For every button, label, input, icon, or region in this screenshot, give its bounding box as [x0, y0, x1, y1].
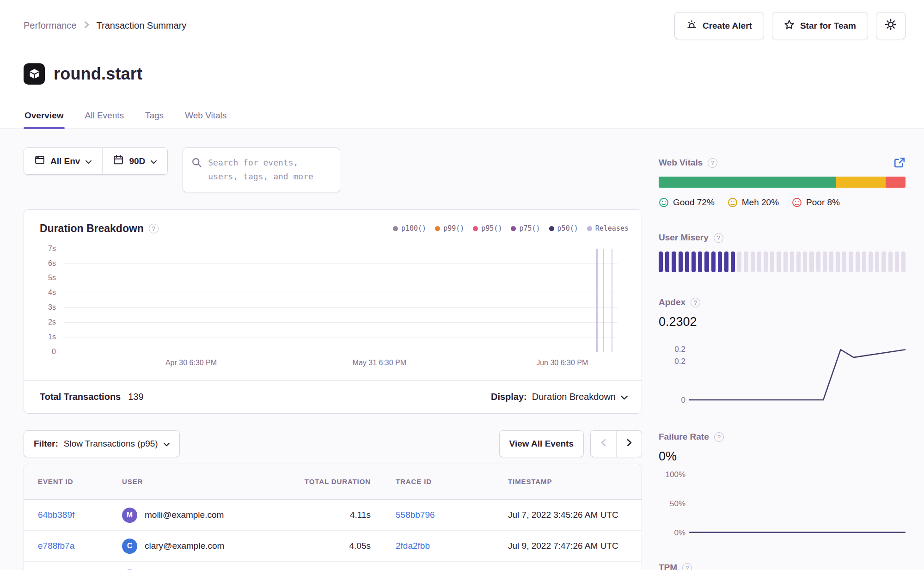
header: Performance Transaction Summary Create A…	[0, 0, 924, 129]
help-icon[interactable]: ?	[691, 298, 700, 307]
web-vitals-status-poor: Poor 8%	[792, 197, 840, 208]
misery-segment	[836, 251, 840, 272]
event-id-link[interactable]: e788fb7a	[38, 541, 74, 551]
misery-segment	[796, 251, 801, 272]
timestamp-value: Jul 9, 2022 7:47:26 AM UTC	[482, 531, 642, 562]
total-duration-value: 3.95s	[283, 562, 371, 570]
display-dropdown[interactable]: Display: Duration Breakdown	[491, 392, 628, 402]
event-row[interactable]: e788fb7aCclary@example.com4.05s2fda2fbbJ…	[24, 531, 642, 562]
apdex-line-chart	[689, 337, 906, 407]
help-icon[interactable]: ?	[149, 224, 159, 233]
user-email: molli@example.com	[145, 509, 224, 519]
web-vitals-statuses: Good 72%Meh 20%Poor 8%	[659, 197, 906, 208]
web-vitals-bar-segment-meh	[836, 177, 886, 188]
misery-segment	[757, 251, 761, 272]
legend-item[interactable]: p99()	[435, 224, 464, 233]
duration-ytick: 1s	[48, 333, 56, 341]
tpm-section: TPM ? 0.001 tpm 0.04	[659, 563, 906, 570]
misery-segment	[751, 251, 755, 272]
environment-filter-button[interactable]: All Env	[24, 148, 102, 174]
tab-overview[interactable]: Overview	[24, 106, 65, 129]
misery-segment	[881, 251, 886, 272]
event-row[interactable]: 031011a2Bbrena@example.com3.95se9b3aaecJ…	[24, 562, 642, 570]
misery-segment	[724, 251, 728, 272]
misery-segment	[744, 251, 748, 272]
user-email: clary@example.com	[145, 540, 224, 550]
apdex-chart: 0.2 0.2 0	[659, 337, 906, 407]
view-all-events-label: View All Events	[509, 439, 574, 449]
apdex-title: Apdex	[659, 297, 685, 307]
misery-segment	[862, 251, 866, 272]
event-id-link[interactable]: 64bb389f	[38, 510, 74, 520]
help-icon[interactable]: ?	[682, 563, 692, 570]
tab-all-events[interactable]: All Events	[84, 106, 125, 129]
help-icon[interactable]: ?	[714, 432, 724, 442]
page: Performance Transaction Summary Create A…	[0, 0, 924, 570]
breadcrumb: Performance Transaction Summary	[24, 20, 186, 31]
misery-segment	[856, 251, 860, 272]
view-all-events-button[interactable]: View All Events	[499, 430, 584, 457]
legend-dot	[587, 226, 592, 231]
column-event-id: Event ID	[24, 464, 122, 500]
legend-item[interactable]: Releases	[587, 224, 629, 233]
duration-plot[interactable]: Apr 30 6:30 PMMay 31 6:30 PMJun 30 6:30 …	[64, 249, 618, 352]
legend-label: p95()	[481, 224, 502, 233]
misery-segment	[704, 251, 709, 272]
sidebar: Web Vitals ? Good 72%Meh 20%Poor 8% User…	[659, 147, 906, 570]
star-for-team-label: Star for Team	[800, 21, 856, 31]
events-toolbar: Filter: Slow Transactions (p95) View All…	[24, 430, 642, 457]
open-in-new-icon[interactable]	[893, 157, 906, 169]
meh-face-icon	[728, 197, 738, 208]
trace-id-link[interactable]: 558bb796	[396, 510, 435, 520]
settings-button[interactable]	[876, 12, 906, 39]
legend-label: Releases	[595, 224, 629, 233]
chart-spike-line	[603, 249, 604, 352]
misery-segment	[698, 251, 702, 272]
display-value: Duration Breakdown	[532, 392, 616, 402]
legend-dot	[393, 226, 398, 231]
star-for-team-button[interactable]: Star for Team	[772, 12, 868, 39]
misery-segment	[816, 251, 820, 272]
legend-item[interactable]: p100()	[393, 224, 426, 233]
help-icon[interactable]: ?	[708, 158, 717, 168]
tab-tags[interactable]: Tags	[144, 106, 165, 129]
chevron-right-icon	[627, 439, 632, 448]
misery-segment	[849, 251, 853, 272]
event-row[interactable]: 64bb389fMmolli@example.com4.11s558bb796J…	[24, 500, 642, 531]
chevron-left-icon	[601, 439, 606, 448]
duration-ytick: 6s	[48, 259, 56, 268]
tab-web-vitals[interactable]: Web Vitals	[184, 106, 227, 129]
help-icon[interactable]: ?	[714, 233, 723, 243]
user-misery-section: User Misery ?	[659, 233, 906, 272]
gear-icon	[885, 18, 897, 33]
previous-page-button[interactable]	[591, 431, 616, 457]
breadcrumb-performance-link[interactable]: Performance	[24, 20, 77, 31]
misery-segment	[691, 251, 696, 272]
date-range-button[interactable]: 90D	[102, 148, 167, 174]
siren-icon	[686, 19, 697, 32]
chevron-down-icon	[621, 392, 628, 402]
slow-transactions-filter-button[interactable]: Filter: Slow Transactions (p95)	[24, 430, 180, 457]
misery-segment	[718, 251, 722, 272]
legend-item[interactable]: p95()	[473, 224, 502, 233]
legend-dot	[549, 226, 554, 231]
legend-label: p99()	[443, 224, 464, 233]
breadcrumb-separator-icon	[84, 20, 89, 31]
misery-segment	[869, 251, 873, 272]
poor-face-icon	[792, 197, 802, 208]
misery-segment	[895, 251, 899, 272]
legend-item[interactable]: p50()	[549, 224, 578, 233]
misery-segment	[803, 251, 807, 272]
star-icon	[784, 19, 795, 32]
create-alert-button[interactable]: Create Alert	[674, 12, 764, 39]
web-vitals-section: Web Vitals ? Good 72%Meh 20%Poor 8%	[659, 157, 906, 208]
legend-item[interactable]: p75()	[511, 224, 540, 233]
misery-segment	[770, 251, 774, 272]
total-transactions-value: 139	[128, 392, 143, 402]
trace-id-link[interactable]: 2fda2fbb	[396, 541, 430, 551]
search-input[interactable]: Search for events, users, tags, and more	[183, 147, 340, 192]
legend-dot	[473, 226, 478, 231]
user-avatar: C	[122, 539, 137, 554]
next-page-button[interactable]	[616, 431, 642, 457]
column-user: User	[122, 464, 283, 500]
